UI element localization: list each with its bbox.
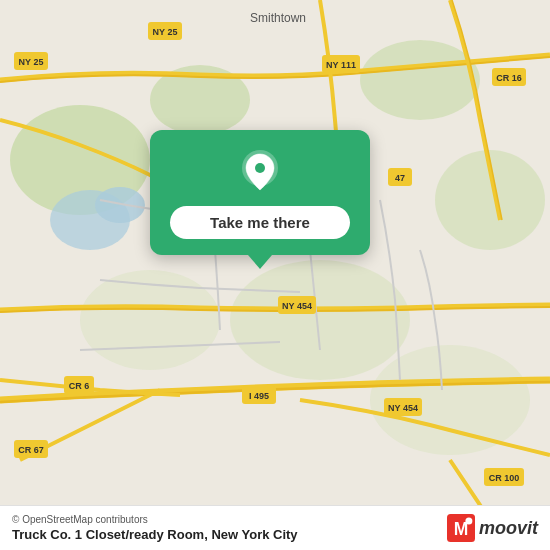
location-name: Truck Co. 1 Closet/ready Room, New York … [12, 527, 298, 542]
svg-text:NY 454: NY 454 [388, 403, 418, 413]
bottom-bar: © OpenStreetMap contributors Truck Co. 1… [0, 505, 550, 550]
moovit-icon: M [447, 514, 475, 542]
svg-text:CR 67: CR 67 [18, 445, 44, 455]
location-pin-icon [236, 148, 284, 196]
popup-card: Take me there [150, 130, 370, 255]
svg-text:CR 16: CR 16 [496, 73, 522, 83]
svg-text:CR 6: CR 6 [69, 381, 90, 391]
svg-point-37 [465, 518, 472, 525]
svg-point-3 [360, 40, 480, 120]
svg-text:NY 25: NY 25 [153, 27, 178, 37]
svg-text:NY 454: NY 454 [282, 301, 312, 311]
svg-text:47: 47 [395, 173, 405, 183]
map-container: NY 25 NY 25 CR 16 NY 111 47 NY 454 I 495… [0, 0, 550, 550]
svg-text:I 495: I 495 [249, 391, 269, 401]
svg-text:NY 25: NY 25 [19, 57, 44, 67]
svg-text:NY 111: NY 111 [326, 60, 356, 70]
svg-point-5 [230, 260, 410, 380]
moovit-logo: M moovit [447, 514, 538, 542]
svg-text:CR 100: CR 100 [489, 473, 520, 483]
svg-point-9 [95, 187, 145, 223]
map-background: NY 25 NY 25 CR 16 NY 111 47 NY 454 I 495… [0, 0, 550, 550]
svg-point-34 [255, 163, 265, 173]
bottom-left-info: © OpenStreetMap contributors Truck Co. 1… [12, 514, 298, 542]
svg-text:Smithtown: Smithtown [250, 11, 306, 25]
take-me-there-button[interactable]: Take me there [170, 206, 350, 239]
copyright-text: © OpenStreetMap contributors [12, 514, 298, 525]
moovit-label: moovit [479, 518, 538, 539]
